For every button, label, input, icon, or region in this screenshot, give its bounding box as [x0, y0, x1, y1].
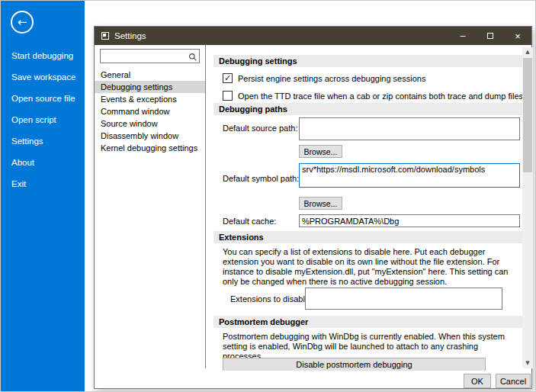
nav-item-events-exceptions[interactable]: Events & exceptions	[95, 93, 205, 105]
scroll-up-icon: ▲	[525, 50, 529, 55]
section-header-extensions: Extensions	[213, 231, 522, 243]
settings-window: Settings – ×	[94, 26, 532, 389]
search-input[interactable]	[103, 50, 185, 62]
nav-item-general[interactable]: General	[95, 69, 205, 81]
default-symbol-path-input[interactable]: srv*https://msdl.microsoft.com/download/…	[299, 163, 520, 188]
disable-postmortem-button[interactable]: Disable postmortem debugging	[223, 358, 486, 371]
nav-item-kernel-debugging-settings[interactable]: Kernel debugging settings	[95, 142, 205, 154]
nav-item-source-window[interactable]: Source window	[95, 117, 205, 130]
nav-item-debugging-settings[interactable]: Debugging settings	[95, 81, 205, 93]
section-header-postmortem: Postmortem debugger	[213, 316, 522, 328]
close-icon: ×	[515, 31, 521, 41]
scrollbar-thumb[interactable]	[523, 58, 532, 172]
extensions-description: You can specify a list of extensions to …	[223, 247, 514, 287]
scroll-down-icon: ▼	[525, 361, 529, 366]
screen: ← Start debugging Save workspace Open so…	[0, 0, 536, 392]
default-cache-label: Default cache:	[223, 217, 276, 226]
settings-nav-panel: General Debugging settings Events & exce…	[95, 45, 206, 368]
section-header-debugging-paths: Debugging paths	[213, 103, 522, 115]
back-button[interactable]: ←	[11, 11, 34, 34]
settings-category-list: General Debugging settings Events & exce…	[95, 69, 205, 154]
sidebar-item-settings[interactable]: Settings	[1, 130, 85, 152]
vertical-scrollbar[interactable]: ▲ ▼	[522, 47, 533, 368]
scroll-down-button[interactable]: ▼	[522, 358, 533, 368]
sidebar-menu: Start debugging Save workspace Open sour…	[1, 45, 85, 194]
extensions-to-disable-input[interactable]	[305, 288, 502, 310]
sidebar-item-save-workspace[interactable]: Save workspace	[1, 66, 85, 88]
minimize-button[interactable]: –	[449, 27, 477, 45]
cancel-button[interactable]: Cancel	[496, 374, 531, 388]
ttd-trace-row: ✓ Open the TTD trace file when a cab or …	[223, 91, 522, 101]
back-icon: ←	[18, 17, 27, 28]
persist-settings-label: Persist engine settings across debugging…	[238, 74, 425, 83]
sidebar-item-start-debugging[interactable]: Start debugging	[1, 45, 85, 66]
nav-item-disassembly-window[interactable]: Disassembly window	[95, 130, 205, 142]
window-controls: – ×	[449, 27, 531, 45]
search-box	[100, 49, 200, 63]
check-icon: ✓	[224, 74, 231, 82]
window-title: Settings	[114, 31, 449, 40]
sidebar-item-about[interactable]: About	[1, 152, 85, 173]
search-icon	[188, 51, 197, 65]
minimize-icon: –	[461, 31, 466, 40]
maximize-button[interactable]	[477, 27, 504, 45]
titlebar[interactable]: Settings – ×	[95, 27, 531, 45]
sidebar-item-open-script[interactable]: Open script	[1, 109, 85, 130]
sidebar-item-exit[interactable]: Exit	[1, 173, 85, 194]
default-symbol-path-label: Default symbol path:	[223, 174, 299, 183]
default-source-path-input[interactable]	[299, 117, 520, 140]
browse-source-path-button[interactable]: Browse...	[299, 145, 342, 158]
ttd-trace-checkbox[interactable]: ✓	[223, 91, 233, 101]
maximize-icon	[487, 33, 493, 39]
sidebar: ← Start debugging Save workspace Open so…	[1, 1, 85, 392]
ok-button[interactable]: OK	[464, 374, 491, 388]
settings-content: Debugging settings ✓ Persist engine sett…	[213, 47, 522, 371]
close-button[interactable]: ×	[504, 27, 531, 45]
persist-settings-row: ✓ Persist engine settings across debuggi…	[223, 73, 425, 83]
nav-item-command-window[interactable]: Command window	[95, 105, 205, 117]
ttd-trace-label: Open the TTD trace file when a cab or zi…	[238, 92, 522, 101]
scroll-up-button[interactable]: ▲	[522, 47, 533, 57]
app-icon	[101, 32, 109, 40]
section-header-debugging-settings: Debugging settings	[213, 55, 522, 67]
dialog-body: General Debugging settings Events & exce…	[95, 45, 531, 388]
default-cache-input[interactable]	[299, 214, 520, 227]
sidebar-item-open-source-file[interactable]: Open source file	[1, 88, 85, 109]
persist-settings-checkbox[interactable]: ✓	[223, 73, 233, 83]
default-source-path-label: Default source path:	[223, 124, 297, 133]
extensions-to-disable-label: Extensions to disable:	[230, 294, 312, 304]
browse-symbol-path-button[interactable]: Browse...	[299, 197, 342, 210]
